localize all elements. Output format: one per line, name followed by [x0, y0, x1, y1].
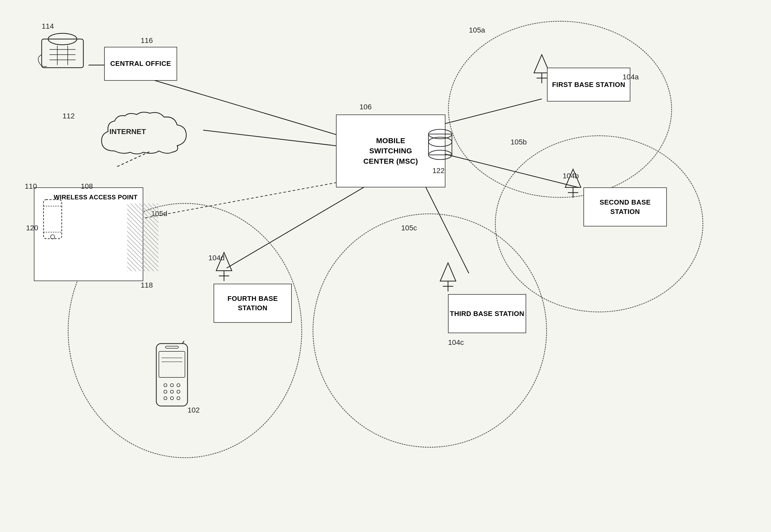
ref-120: 120 [26, 224, 38, 232]
svg-point-47 [170, 397, 173, 400]
ref-105b: 105b [510, 138, 527, 146]
wap-box: WIRELESS ACCESS POINT [34, 187, 143, 281]
third-bs-antenna [438, 260, 458, 293]
svg-point-41 [170, 384, 173, 387]
ref-116: 116 [141, 36, 153, 45]
mobile-device-sketch [42, 198, 63, 247]
ref-110: 110 [25, 182, 37, 191]
svg-rect-20 [43, 200, 62, 239]
first-bs-box: FIRST BASE STATION [547, 68, 630, 102]
third-bs-box: THIRD BASE STATION [448, 294, 526, 333]
second-bs-antenna [562, 167, 584, 199]
first-bs-label: FIRST BASE STATION [552, 80, 625, 89]
fourth-bs-box: FOURTH BASESTATION [214, 284, 292, 323]
msc-label: MOBILESWITCHINGCENTER (MSC) [363, 136, 418, 166]
ref-104b: 104b [562, 172, 579, 180]
svg-point-40 [164, 384, 167, 387]
ref-118: 118 [141, 281, 153, 289]
second-bs-box: SECOND BASESTATION [584, 187, 667, 226]
third-bs-label: THIRD BASE STATION [450, 309, 524, 318]
ref-112: 112 [62, 112, 75, 120]
ref-105c: 105c [401, 224, 417, 232]
telephone-icon [36, 31, 88, 73]
svg-rect-37 [159, 351, 185, 377]
ref-105a: 105a [469, 26, 485, 34]
ref-106: 106 [359, 103, 372, 111]
svg-point-23 [50, 235, 55, 239]
fourth-bs-label: FOURTH BASESTATION [228, 294, 278, 313]
svg-point-42 [177, 384, 180, 387]
svg-point-48 [177, 397, 180, 400]
svg-line-49 [182, 341, 187, 344]
wap-label: WIRELESS ACCESS POINT [54, 194, 137, 201]
ref-114: 114 [42, 22, 54, 30]
svg-point-45 [177, 390, 180, 393]
svg-rect-9 [42, 39, 83, 68]
internet-label: INTERNET [109, 128, 146, 136]
ref-122: 122 [432, 167, 445, 175]
ref-102: 102 [187, 406, 200, 414]
svg-point-43 [164, 390, 167, 393]
diagram: 114 CENTRAL OFFICE 116 INTERNET 112 MOBI… [0, 0, 771, 532]
ref-104a: 104a [623, 73, 639, 81]
svg-rect-50 [165, 346, 178, 348]
mobile-phone-icon [151, 341, 193, 414]
ref-104c: 104c [448, 338, 464, 347]
central-office-box: CENTRAL OFFICE [104, 47, 177, 81]
second-bs-label: SECOND BASESTATION [600, 198, 651, 217]
hatch-coverage [127, 204, 158, 271]
ref-104d: 104d [209, 254, 225, 262]
svg-line-2 [203, 130, 336, 146]
ref-108: 108 [81, 182, 93, 191]
svg-marker-30 [440, 263, 456, 281]
svg-point-44 [170, 390, 173, 393]
central-office-label: CENTRAL OFFICE [110, 59, 171, 68]
svg-point-46 [164, 397, 167, 400]
database-icon [427, 128, 453, 161]
